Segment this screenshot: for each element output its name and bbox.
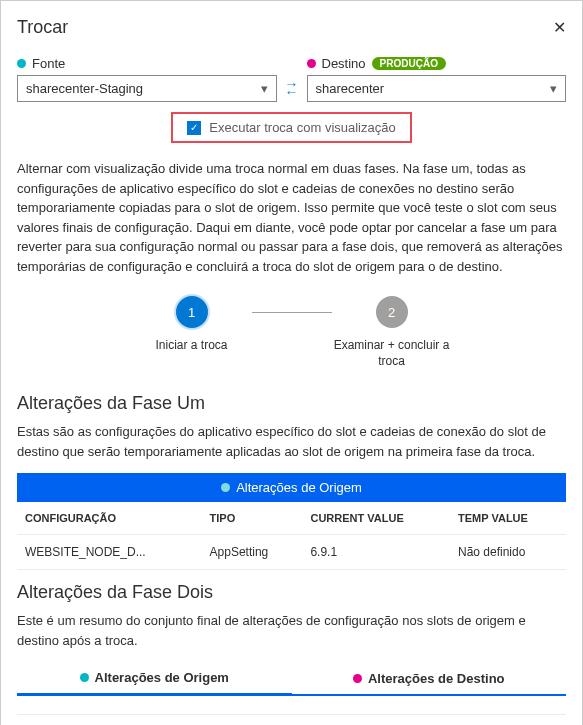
phase2-tabs: Alterações de Origem Alterações de Desti… [17, 662, 566, 696]
col-temp[interactable]: TEMP VALUE [450, 502, 566, 535]
source-value: sharecenter-Staging [26, 81, 143, 96]
source-select[interactable]: sharecenter-Staging ▾ [17, 75, 277, 102]
description-text: Alternar com visualização divide uma tro… [17, 159, 566, 276]
table-header-row: CONFIGURAÇÃO TIPO CURRENT VALUE TEMP VAL… [17, 502, 566, 535]
tab-source-label: Alterações de Origem [95, 670, 229, 685]
destination-field: Destino PRODUÇÃO sharecenter ▾ [307, 56, 567, 102]
destination-label: Destino PRODUÇÃO [307, 56, 567, 71]
swap-icon[interactable]: →← [285, 80, 299, 102]
preview-highlight-box: ✓ Executar troca com visualização [171, 112, 411, 143]
chevron-down-icon: ▾ [261, 81, 268, 96]
col-config[interactable]: CONFIGURAÇÃO [17, 502, 202, 535]
source-dot-icon [17, 59, 26, 68]
dialog-footer: Iniciar Troca Fechar [17, 714, 566, 725]
table-row: WEBSITE_NODE_D... AppSetting 6.9.1 Não d… [17, 535, 566, 570]
source-dot-icon [221, 483, 230, 492]
source-label: Fonte [17, 56, 277, 71]
destination-dot-icon [353, 674, 362, 683]
step-one[interactable]: 1 Iniciar a troca [132, 296, 252, 354]
cell-config: WEBSITE_NODE_D... [17, 535, 202, 570]
swap-dialog: Trocar ✕ Fonte sharecenter-Staging ▾ →← … [0, 0, 583, 725]
dialog-header: Trocar ✕ [17, 17, 566, 38]
steps-indicator: 1 Iniciar a troca 2 Examinar + concluir … [17, 296, 566, 369]
destination-label-text: Destino [322, 56, 366, 71]
tab-destination-changes[interactable]: Alterações de Destino [292, 662, 567, 694]
col-current[interactable]: CURRENT VALUE [302, 502, 450, 535]
source-field: Fonte sharecenter-Staging ▾ [17, 56, 277, 102]
phase1-desc: Estas são as configurações do aplicativo… [17, 422, 566, 461]
preview-checkbox[interactable]: ✓ [187, 121, 201, 135]
tab-destination-label: Alterações de Destino [368, 671, 505, 686]
col-type[interactable]: TIPO [202, 502, 303, 535]
dialog-title: Trocar [17, 17, 68, 38]
chevron-down-icon: ▾ [550, 81, 557, 96]
preview-label: Executar troca com visualização [209, 120, 395, 135]
cell-current: 6.9.1 [302, 535, 450, 570]
close-icon[interactable]: ✕ [553, 18, 566, 37]
destination-select[interactable]: sharecenter ▾ [307, 75, 567, 102]
phase2-title: Alterações da Fase Dois [17, 582, 566, 603]
source-destination-row: Fonte sharecenter-Staging ▾ →← Destino P… [17, 56, 566, 102]
cell-temp: Não definido [450, 535, 566, 570]
step-two-circle: 2 [376, 296, 408, 328]
source-label-text: Fonte [32, 56, 65, 71]
step-two[interactable]: 2 Examinar + concluir a troca [332, 296, 452, 369]
phase2-desc: Este é um resumo do conjunto final de al… [17, 611, 566, 650]
tab-source-changes[interactable]: Alterações de Origem [17, 662, 292, 696]
phase1-title: Alterações da Fase Um [17, 393, 566, 414]
destination-dot-icon [307, 59, 316, 68]
step-two-label: Examinar + concluir a troca [332, 338, 452, 369]
step-connector [252, 312, 332, 313]
phase1-table-header: Alterações de Origem [17, 473, 566, 502]
step-one-label: Iniciar a troca [155, 338, 227, 354]
cell-type: AppSetting [202, 535, 303, 570]
production-badge: PRODUÇÃO [372, 57, 446, 70]
destination-value: sharecenter [316, 81, 385, 96]
source-dot-icon [80, 673, 89, 682]
phase1-table: CONFIGURAÇÃO TIPO CURRENT VALUE TEMP VAL… [17, 502, 566, 570]
preview-row: ✓ Executar troca com visualização [17, 112, 566, 143]
step-one-circle: 1 [176, 296, 208, 328]
phase1-table-header-text: Alterações de Origem [236, 480, 362, 495]
